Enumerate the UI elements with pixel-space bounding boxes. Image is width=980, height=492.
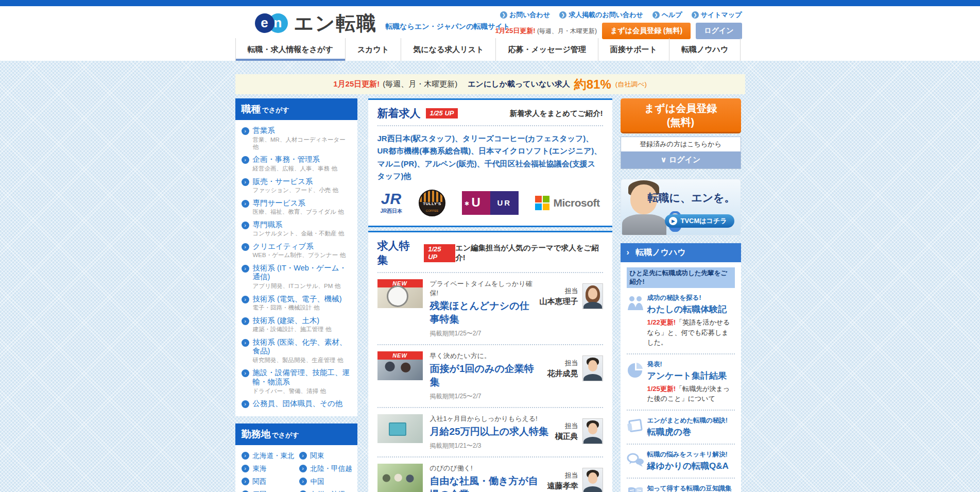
notice-stat: 約81% <box>574 76 611 93</box>
sidebar-item-tech-it[interactable]: 技術系 (IT・Web・ゲーム・通信) アプリ開発、ITコンサル、PM 他 <box>240 262 352 293</box>
tab-scout[interactable]: スカウト <box>345 38 401 61</box>
tvcm-button[interactable]: ▶ TVCMはコチラ <box>665 214 734 228</box>
sidebar-item-creative[interactable]: クリエイティブ系 WEB・ゲーム制作、プランナー 他 <box>240 240 352 262</box>
location-kanto[interactable]: 関東 <box>298 451 352 461</box>
tab-career-knowhow[interactable]: 転職ノウハウ <box>669 38 741 61</box>
sidebar-item-sales[interactable]: 営業系 営業、MR、人材コーディネーター 他 <box>240 124 352 153</box>
knowhow-item-survey[interactable]: 発表! アンケート集計結果 1/25更新!「転職先が決まった後のこと」について <box>627 354 735 411</box>
location-chugoku[interactable]: 中国 <box>298 477 352 486</box>
update-badge: 1/25 UP <box>424 244 455 262</box>
register-button[interactable]: まずは会員登録 (無料) <box>602 23 691 39</box>
login-button[interactable]: ログイン <box>696 23 742 39</box>
tv-cm-banner[interactable]: 転職に、エンを。 ▶ TVCMはコチラ <box>621 179 741 235</box>
sidebar-item-facility-logistics[interactable]: 施設・設備管理、技能工、運輸・物流系 ドライバー、警備、清掃 他 <box>240 366 352 397</box>
site-tagline: 転職ならエン・ジャパンの転職サイト <box>385 22 510 31</box>
featured-jobs-section: 求人特集 1/25 UP エン編集担当が人気のテーマで求人をご紹介! NEW プ… <box>368 231 612 492</box>
sidebar-login-button[interactable]: ∨ ログイン <box>621 151 741 168</box>
arrow-circle-icon <box>652 11 660 19</box>
knowhow-item-tips[interactable]: エンがまとめた転職の秘訣! 転職虎の巻 <box>627 411 735 445</box>
right-sidebar: まずは会員登録(無料) 登録済みの方はこちらから ∨ ログイン 転職に、エンを。… <box>621 98 741 492</box>
en-logo-icon: e n <box>255 13 289 34</box>
arrow-bullet-icon <box>242 265 249 273</box>
site-logo[interactable]: e n エン転職 転職ならエン・ジャパンの転職サイト <box>255 10 510 37</box>
location-list: 北海道・東北 関東 東海 北陸・甲信越 関西 中国 四国 九州・沖縄 海外 <box>235 445 357 492</box>
tab-favorite-jobs[interactable]: 気になる求人リスト <box>401 38 495 61</box>
arrow-bullet-icon <box>242 222 249 229</box>
feature-item-no-overtime[interactable]: NEW プライベートタイムをしっかり確保! 残業ほとんどナシの仕事特集 掲載期間… <box>377 273 603 345</box>
sidebar-item-tech-electronics[interactable]: 技術系 (電気、電子、機械) 電子・回路・機械設計 他 <box>240 293 352 314</box>
arrow-circle-icon <box>559 11 566 19</box>
arrow-bullet-icon <box>242 243 249 251</box>
cm-copy-text: 転職に、エンを。 <box>648 191 735 205</box>
sidebar-item-professional-service[interactable]: 専門サービス系 医療、福祉、教育、ブライダル 他 <box>240 197 352 218</box>
scroll-icon <box>627 416 647 438</box>
update-notice-banner: 1月25日更新! (毎週、月・木曜更新) エンにしか載っていない求人 約81% … <box>235 74 745 94</box>
company-logo-row: JR JR西日本 TULLY'S COFFEE U UR Microsoft <box>377 182 603 218</box>
tab-applications[interactable]: 応募・メッセージ管理 <box>495 38 597 61</box>
feature-item-high-salary[interactable]: 入社1ヶ月目からしっかりもらえる! 月給25万円以上の求人特集 掲載期間1/21… <box>377 408 603 457</box>
staff-portrait <box>582 283 603 309</box>
sidebar-item-specialist[interactable]: 専門職系 コンサルタント、金融・不動産 他 <box>240 218 352 240</box>
location-hokuriku[interactable]: 北陸・甲信越 <box>298 464 352 473</box>
arrow-bullet-icon <box>242 339 249 347</box>
new-jobs-subtitle: 新着求人をまとめてご紹介! <box>510 109 603 118</box>
occupation-search-header: 職種でさがす <box>235 98 357 120</box>
sidebar-item-tech-construction[interactable]: 技術系 (建築、土木) 建築・設備設計、施工管理 他 <box>240 314 352 336</box>
location-search-header: 勤務地でさがす <box>235 423 357 445</box>
search-sidebar: 職種でさがす 営業系 営業、MR、人材コーディネーター 他 企画・事務・管理系 … <box>235 98 357 492</box>
microsoft-logo[interactable]: Microsoft <box>535 196 600 210</box>
login-box: 登録済みの方はこちらから ∨ ログイン <box>621 137 741 169</box>
location-kyushu-okinawa[interactable]: 九州・沖縄 <box>298 490 352 492</box>
link-job-posting-contact[interactable]: 求人掲載のお問い合わせ <box>559 10 643 20</box>
new-badge: NEW <box>377 351 423 360</box>
link-sitemap[interactable]: サイトマップ <box>692 10 742 20</box>
tab-job-search[interactable]: 転職・求人情報をさがす <box>235 38 345 61</box>
location-shikoku[interactable]: 四国 <box>240 490 298 492</box>
header-update-note: 1月25日更新! (毎週、月・木曜更新) <box>495 26 597 36</box>
register-free-button[interactable]: まずは会員登録(無料) <box>621 98 741 133</box>
notice-lead: エンにしか載っていない求人 <box>468 79 570 89</box>
arrow-bullet-icon <box>242 296 249 303</box>
featured-jobs-subtitle: エン編集担当が人気のテーマで求人をご紹介! <box>455 243 603 263</box>
new-jobs-description[interactable]: JR西日本(駅スタッフ)、タリーズコーヒー(カフェスタッフ)、UR都市機構(事務… <box>377 132 603 182</box>
tullys-coffee-logo[interactable]: TULLY'S COFFEE <box>419 190 445 216</box>
link-contact[interactable]: お問い合わせ <box>500 10 550 20</box>
link-help[interactable]: ヘルプ <box>652 10 682 20</box>
arrow-bullet-icon <box>242 465 249 472</box>
knowhow-item-dictionary[interactable]: 知って得する転職の豆知識集 転職大辞典 <box>627 479 735 492</box>
arrow-bullet-icon <box>242 178 249 186</box>
chat-bubbles-icon <box>627 450 647 472</box>
new-jobs-title: 新着求人 <box>377 106 421 121</box>
new-badge: NEW <box>377 279 423 287</box>
notice-note: (自社調べ) <box>615 80 647 89</box>
sidebar-item-retail-service[interactable]: 販売・サービス系 ファッション、フード、小売 他 <box>240 175 352 197</box>
location-hokkaido-tohoku[interactable]: 北海道・東北 <box>240 451 298 461</box>
location-kansai[interactable]: 関西 <box>240 477 298 486</box>
occupation-list: 営業系 営業、MR、人材コーディネーター 他 企画・事務・管理系 経営企画、広報… <box>235 120 357 416</box>
arrow-bullet-icon <box>299 452 307 460</box>
sidebar-item-public-other[interactable]: 公務員、団体職員、その他 <box>240 397 352 411</box>
ur-logo[interactable]: U UR <box>462 191 519 215</box>
feature-item-free-culture[interactable]: のびのび働く! 自由な社風・働き方が自慢の企業 掲載期間1/21〜2/3 担当 … <box>377 457 603 492</box>
chevron-right-icon: › <box>627 248 629 257</box>
notice-schedule: (毎週、月・木曜更新) <box>383 79 457 89</box>
knowhow-item-experiences[interactable]: 成功の秘訣を探る! わたしの転職体験記 1/22更新!「英語を活かせるなら」と、… <box>627 288 735 354</box>
pie-chart-icon <box>627 360 647 404</box>
play-icon: ▶ <box>669 217 677 225</box>
jr-west-logo[interactable]: JR JR西日本 <box>381 191 403 215</box>
main-nav-tabs: 転職・求人情報をさがす スカウト 気になる求人リスト 応募・メッセージ管理 面接… <box>235 38 745 61</box>
arrow-bullet-icon <box>299 465 307 472</box>
knowhow-item-qa[interactable]: 転職の悩みをスッキリ解決! 縁ゆかりの転職Q&A <box>627 445 735 479</box>
location-tokai[interactable]: 東海 <box>240 464 298 473</box>
chevron-down-icon: ∨ <box>661 155 667 164</box>
arrow-bullet-icon <box>242 478 249 485</box>
tab-interview-support[interactable]: 面接サポート <box>598 38 669 61</box>
knowhow-section-header[interactable]: › 転職ノウハウ <box>621 243 741 262</box>
sidebar-item-tech-chemical[interactable]: 技術系 (医薬、化学、素材、食品) 研究開発、製品開発、生産管理 他 <box>240 336 352 367</box>
arrow-bullet-icon <box>242 156 249 164</box>
staff-portrait <box>582 418 603 444</box>
sidebar-item-planning-admin[interactable]: 企画・事務・管理系 経営企画、広報、人事、事務 他 <box>240 153 352 175</box>
logo-circle-e: e <box>255 13 274 33</box>
notice-update-date: 1月25日更新! <box>333 79 380 89</box>
feature-item-single-interview[interactable]: NEW 早く決めたい方に。 面接が1回のみの企業特集 掲載期間1/25〜2/7 … <box>377 345 603 408</box>
